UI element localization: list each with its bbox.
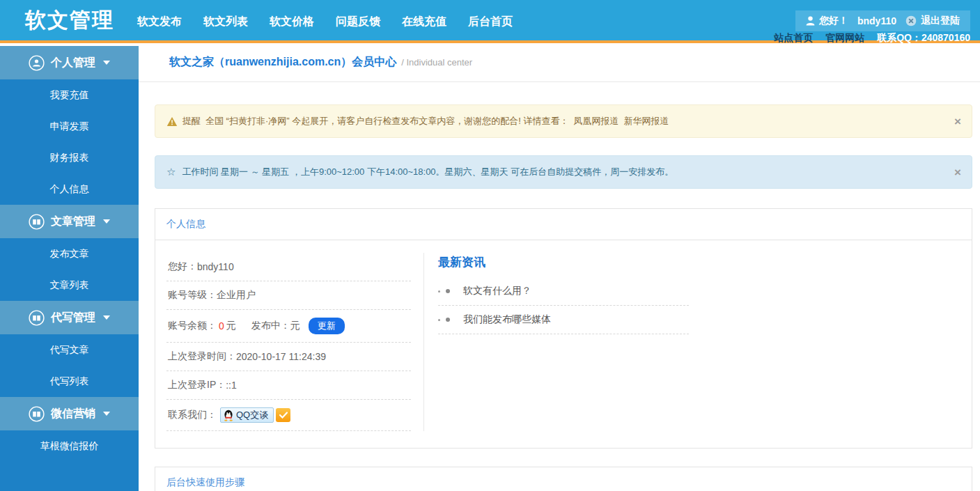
nav-item-list[interactable]: 软文列表 — [203, 15, 248, 29]
sidebar-item-personal-info[interactable]: 个人信息 — [0, 173, 139, 205]
book-circle-icon — [29, 214, 45, 230]
sidebar-item-ghostwrite-article[interactable]: 代写文章 — [0, 334, 139, 366]
sidebar-group-label: 微信营销 — [51, 407, 95, 421]
publishing-unit: 元 — [290, 320, 300, 332]
sidebar-item-wechat-price[interactable]: 草根微信报价 — [0, 430, 139, 462]
info-alert: ☆ 工作时间 星期一 ～ 星期五 ，上午9:00~12:00 下午14:00~1… — [155, 155, 972, 189]
last-login-ip-row: 上次登录IP： ::1 — [166, 371, 411, 400]
qq-chat-button[interactable]: QQ交谈 — [220, 407, 274, 423]
info-text: 工作时间 星期一 ～ 星期五 ，上午9:00~12:00 下午14:00~18:… — [182, 166, 674, 178]
news-item[interactable]: 软文有什么用？ — [438, 277, 689, 306]
logout-icon — [905, 15, 917, 26]
bullet-dot-icon — [446, 318, 450, 322]
logout-button[interactable]: 退出登陆 — [905, 15, 960, 27]
breadcrumb-subtitle: / Individual center — [401, 57, 472, 68]
greeting-label: 您好！ — [819, 15, 848, 27]
book-circle-icon — [29, 406, 45, 422]
nav-item-admin-home[interactable]: 后台首页 — [468, 15, 513, 29]
contact-row: 联系我们： QQ交谈 — [166, 400, 411, 431]
news-item-label: 软文有什么用？ — [463, 285, 531, 297]
last-login-time-row: 上次登录时间： 2020-10-17 11:24:39 — [166, 343, 411, 371]
last-login-label: 上次登录时间： — [168, 350, 236, 363]
sidebar-group-label: 代写管理 — [51, 311, 95, 325]
steps-panel: 后台快速使用步骤 Step1：注册账号 注册账号，填写账号、密码、联系方式，点击… — [155, 467, 972, 491]
news-list: 软文有什么用？ 我们能发布哪些媒体 — [438, 277, 689, 334]
greeting-value: bndy110 — [197, 261, 234, 272]
warning-alert: 提醒 全国 “扫黄打非·净网” 今起展开，请客户自行检查发布文章内容，谢谢您的配… — [155, 104, 972, 138]
book-circle-icon — [29, 310, 45, 326]
warning-label: 提醒 — [182, 115, 201, 127]
bullet-dot-icon — [438, 319, 440, 321]
top-header: 软文管理 软文发布 软文列表 软文价格 问题反馈 在线充值 后台首页 您好！ b… — [0, 0, 980, 43]
chevron-down-icon — [103, 219, 110, 224]
verified-badge-icon[interactable] — [276, 408, 290, 422]
sidebar-group-personal[interactable]: 个人管理 — [0, 46, 139, 79]
news-item[interactable]: 我们能发布哪些媒体 — [438, 306, 689, 334]
greeting-row: 您好： bndy110 — [166, 253, 411, 281]
nav-item-publish[interactable]: 软文发布 — [137, 15, 182, 29]
warning-link-fenghuang[interactable]: 凤凰网报道 — [573, 115, 619, 127]
profile-panel: 个人信息 您好： bndy110 账号等级： 企业用户 账号余额： 0 元 — [155, 208, 972, 449]
steps-panel-title: 后台快速使用步骤 — [155, 467, 972, 491]
sidebar-item-finance-report[interactable]: 财务报表 — [0, 142, 139, 173]
chevron-down-icon — [103, 315, 110, 320]
close-icon[interactable]: × — [954, 166, 961, 178]
breadcrumb: 软文之家（ruanwenzhijia.com.cn）会员中心 / Individ… — [139, 43, 980, 82]
ip-label: 上次登录IP： — [168, 379, 226, 391]
check-icon — [279, 412, 288, 419]
user-greeting: 您好！ — [806, 15, 848, 27]
balance-label: 账号余额： — [168, 320, 217, 332]
balance-row: 账号余额： 0 元 发布中： 元 更新 — [166, 310, 411, 343]
level-label: 账号等级： — [168, 289, 217, 302]
bullet-dot-icon — [438, 290, 440, 293]
nav-item-feedback[interactable]: 问题反馈 — [336, 15, 380, 29]
sidebar-item-publish-article[interactable]: 发布文章 — [0, 238, 139, 270]
star-icon: ☆ — [166, 166, 176, 178]
nav-item-recharge[interactable]: 在线充值 — [402, 15, 446, 29]
warning-text: 全国 “扫黄打非·净网” 今起展开，请客户自行检查发布文章内容，谢谢您的配合! … — [205, 115, 568, 127]
sidebar-item-article-list[interactable]: 文章列表 — [0, 270, 139, 301]
app-logo[interactable]: 软文管理 — [25, 6, 114, 35]
account-level-row: 账号等级： 企业用户 — [166, 281, 411, 310]
contact-label: 联系我们： — [168, 409, 217, 421]
last-login-value: 2020-10-17 11:24:39 — [236, 351, 326, 362]
profile-details: 您好： bndy110 账号等级： 企业用户 账号余额： 0 元 发布中： 元 … — [166, 253, 424, 431]
news-section: 最新资讯 软文有什么用？ 我们能发布哪些媒体 — [424, 253, 960, 431]
sidebar-group-articles[interactable]: 文章管理 — [0, 205, 139, 238]
greeting-label: 您好： — [168, 260, 197, 273]
profile-panel-title: 个人信息 — [155, 209, 972, 240]
ip-value: ::1 — [226, 380, 237, 391]
nav-item-price[interactable]: 软文价格 — [270, 15, 314, 29]
logout-label: 退出登陆 — [921, 15, 960, 27]
qq-penguin-icon — [223, 410, 234, 421]
level-value: 企业用户 — [217, 289, 256, 302]
main-area: 软文之家（ruanwenzhijia.com.cn）会员中心 / Individ… — [139, 43, 980, 491]
balance-unit: 元 — [226, 320, 236, 332]
sidebar-item-ghostwrite-list[interactable]: 代写列表 — [0, 366, 139, 397]
sidebar-group-ghostwriting[interactable]: 代写管理 — [0, 301, 139, 334]
warning-link-xinhua[interactable]: 新华网报道 — [623, 115, 669, 127]
sidebar-group-label: 个人管理 — [51, 56, 95, 70]
user-icon — [806, 16, 815, 26]
official-site-link[interactable]: 官网网站 — [825, 32, 864, 45]
news-item-label: 我们能发布哪些媒体 — [463, 313, 551, 326]
sidebar-item-invoice[interactable]: 申请发票 — [0, 111, 139, 142]
bullet-dot-icon — [446, 289, 450, 293]
site-home-link[interactable]: 站点首页 — [774, 32, 813, 45]
chevron-down-icon — [103, 61, 110, 65]
publishing-label: 发布中： — [251, 320, 290, 332]
profile-panel-body: 您好： bndy110 账号等级： 企业用户 账号余额： 0 元 发布中： 元 … — [155, 240, 972, 448]
warning-icon — [166, 116, 178, 127]
content-area: 提醒 全国 “扫黄打非·净网” 今起展开，请客户自行检查发布文章内容，谢谢您的配… — [139, 82, 980, 491]
sidebar-item-recharge[interactable]: 我要充值 — [0, 79, 139, 111]
sidebar-group-wechat[interactable]: 微信营销 — [0, 397, 139, 430]
news-title: 最新资讯 — [438, 254, 960, 270]
user-box: 您好！ bndy110 退出登陆 — [795, 10, 970, 31]
balance-value: 0 — [217, 320, 226, 332]
contact-qq-link[interactable]: 联系QQ：240870160 — [877, 32, 970, 45]
top-nav: 软文发布 软文列表 软文价格 问题反馈 在线充值 后台首页 — [137, 0, 513, 43]
update-button[interactable]: 更新 — [309, 318, 345, 334]
breadcrumb-title[interactable]: 软文之家（ruanwenzhijia.com.cn）会员中心 — [169, 55, 396, 70]
sidebar: 个人管理 我要充值 申请发票 财务报表 个人信息 文章管理 发布文章 文章列表 … — [0, 46, 139, 491]
close-icon[interactable]: × — [954, 116, 961, 127]
